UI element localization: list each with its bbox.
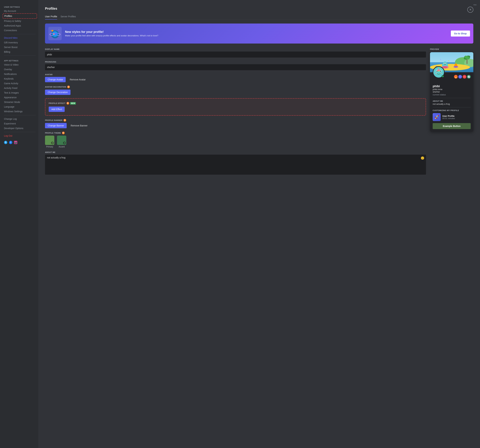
instagram-icon[interactable]: 📷	[14, 141, 17, 144]
profile-form: DISPLAY NAME PRONOUNS AVATAR Change Avat…	[45, 48, 426, 179]
profile-preview-col: PREVIEW	[430, 48, 473, 179]
profile-card-status: current status	[433, 94, 471, 96]
preview-customizing-label: CUSTOMIZING MY PROFILE	[433, 109, 471, 111]
accent-swatch[interactable]: ↗	[57, 136, 66, 145]
profile-card-username: phibi	[433, 85, 471, 88]
promo-banner: ! ✦ ★ New styles for your profile! Make …	[45, 23, 473, 43]
profile-banner-nitro-icon: ⚙	[64, 119, 66, 122]
sidebar-item-language[interactable]: Language	[3, 104, 37, 109]
svg-point-27	[455, 63, 457, 66]
tabs: User Profile Server Profiles	[45, 14, 473, 20]
sidebar-item-gift-inventory[interactable]: Gift Inventory	[3, 40, 37, 45]
sidebar-item-streamer-mode[interactable]: Streamer Mode	[3, 100, 37, 104]
sidebar-item-voice-video[interactable]: Voice & Video	[3, 62, 37, 67]
social-icons: 𝕏 f 📷	[3, 139, 37, 145]
main-content: ✕ ESC Profiles User Profile Server Profi…	[38, 0, 480, 448]
tab-user-profile[interactable]: User Profile	[45, 14, 57, 20]
badge-bolt: ✂	[463, 75, 466, 79]
primary-swatch[interactable]: ↗	[45, 136, 54, 145]
promo-banner-icon: ! ✦ ★	[48, 27, 62, 40]
promo-banner-subtitle: Make your profile feel alive with snazzy…	[65, 34, 447, 37]
sidebar-item-game-activity[interactable]: Game Activity	[3, 81, 37, 86]
pronouns-field-group: PRONOUNS	[45, 61, 426, 70]
svg-point-45	[438, 68, 439, 69]
sidebar-item-keybinds[interactable]: Keybinds	[3, 76, 37, 81]
sidebar-item-appearance[interactable]: Appearance	[3, 95, 37, 100]
sidebar-divider-3	[4, 115, 36, 115]
sidebar-item-change-log[interactable]: Change Log	[3, 116, 37, 121]
remove-avatar-button[interactable]: Remove Avatar	[67, 77, 88, 82]
profile-card-handle: phibi.isme	[433, 88, 471, 91]
emoji-button[interactable]: 😊	[421, 156, 424, 160]
profile-effect-box: PROFILE EFFECT ⚙ NEW Add Effect	[45, 98, 426, 116]
svg-point-22	[444, 63, 445, 64]
preview-about-me-label: ABOUT ME	[433, 100, 471, 102]
profile-theme-field-group: PROFILE THEME ⚙ ↗ Primary ↗ Accent	[45, 132, 426, 148]
new-badge: NEW	[70, 102, 76, 105]
avatar-decoration-nitro-icon: ⚙	[67, 86, 70, 88]
avatar-decoration-field-group: AVATAR DECORATION ⚙ Change Decoration	[45, 86, 426, 95]
remove-banner-button[interactable]: Remove Banner	[68, 123, 90, 128]
about-me-field-group: ABOUT ME 😊	[45, 151, 426, 175]
sidebar: USER SETTINGS My Account Profiles Privac…	[0, 0, 38, 448]
esc-label: ESC	[473, 4, 477, 6]
svg-point-28	[453, 66, 458, 68]
accent-swatch-label: Accent	[59, 146, 65, 148]
change-banner-button[interactable]: Change Banner	[45, 123, 67, 128]
sidebar-item-connections[interactable]: Connections	[3, 28, 37, 33]
profile-theme-label: PROFILE THEME ⚙	[45, 132, 426, 134]
svg-point-42	[440, 73, 442, 74]
close-icon: ✕	[469, 8, 472, 12]
svg-point-41	[435, 73, 437, 74]
pronouns-input[interactable]	[45, 64, 426, 70]
svg-text:✦: ✦	[448, 60, 449, 62]
profile-layout: DISPLAY NAME PRONOUNS AVATAR Change Avat…	[45, 48, 473, 179]
svg-text:★: ★	[440, 59, 441, 60]
svg-text:✦: ✦	[50, 29, 52, 31]
close-button[interactable]: ✕	[467, 7, 473, 13]
profile-effect-label: PROFILE EFFECT ⚙ NEW	[49, 102, 422, 105]
customizing-thumbnail: 🚀	[433, 113, 441, 121]
sidebar-item-developer-options[interactable]: Developer Options	[3, 126, 37, 130]
primary-swatch-label: Primary	[46, 146, 53, 148]
profile-banner-field-group: PROFILE BANNER ⚙ Change Banner Remove Ba…	[45, 119, 426, 128]
sidebar-item-overlay[interactable]: Overlay	[3, 67, 37, 72]
go-to-shop-button[interactable]: Go to Shop	[451, 30, 470, 36]
sidebar-item-text-images[interactable]: Text & Images	[3, 90, 37, 95]
sidebar-item-authorized-apps[interactable]: Authorized Apps	[3, 23, 37, 28]
badge-flame: 🔥	[454, 75, 458, 79]
change-avatar-button[interactable]: Change Avatar	[45, 77, 66, 82]
profile-banner-btn-row: Change Banner Remove Banner	[45, 123, 426, 128]
sidebar-item-notifications[interactable]: Notifications	[3, 72, 37, 76]
sidebar-item-billing[interactable]: Billing	[3, 50, 37, 54]
sidebar-item-discord-nitro[interactable]: Discord Nitro	[3, 36, 37, 40]
twitter-icon[interactable]: 𝕏	[4, 141, 7, 144]
sidebar-item-profiles[interactable]: Profiles	[3, 13, 37, 19]
add-effect-button[interactable]: Add Effect	[49, 107, 65, 112]
sidebar-item-server-boost[interactable]: Server Boost	[3, 45, 37, 50]
sidebar-item-experiment[interactable]: Experiment	[3, 121, 37, 126]
sidebar-item-privacy-safety[interactable]: Privacy & Safety	[3, 19, 37, 23]
sidebar-divider-1	[4, 34, 36, 34]
facebook-icon[interactable]: f	[9, 141, 12, 144]
profile-card-divider-1	[433, 98, 471, 98]
avatar-online-dot	[442, 75, 444, 78]
user-settings-label: USER SETTINGS	[3, 3, 37, 9]
about-me-textarea-wrap: 😊	[45, 155, 426, 175]
primary-swatch-arrow: ↗	[51, 142, 54, 144]
sidebar-divider-4	[4, 132, 36, 132]
about-me-textarea[interactable]	[45, 155, 426, 175]
change-decoration-button[interactable]: Change Decoration	[45, 90, 71, 95]
display-name-input[interactable]	[45, 51, 426, 58]
sidebar-item-activity-feed[interactable]: Activity Feed	[3, 86, 37, 90]
sidebar-item-my-account[interactable]: My Account	[3, 9, 37, 13]
example-button[interactable]: Example Button	[433, 123, 471, 129]
sidebar-item-windows-settings[interactable]: Windows Settings	[3, 109, 37, 114]
tab-server-profiles[interactable]: Server Profiles	[61, 14, 76, 20]
avatar-decoration-btn-row: Change Decoration	[45, 90, 426, 95]
customizing-time: 00:01 minutes	[442, 117, 455, 120]
sidebar-item-logout[interactable]: Log Out	[3, 133, 37, 138]
pronouns-label: PRONOUNS	[45, 61, 426, 63]
badge-shield: 🛡	[458, 75, 462, 79]
display-name-field-group: DISPLAY NAME	[45, 48, 426, 58]
